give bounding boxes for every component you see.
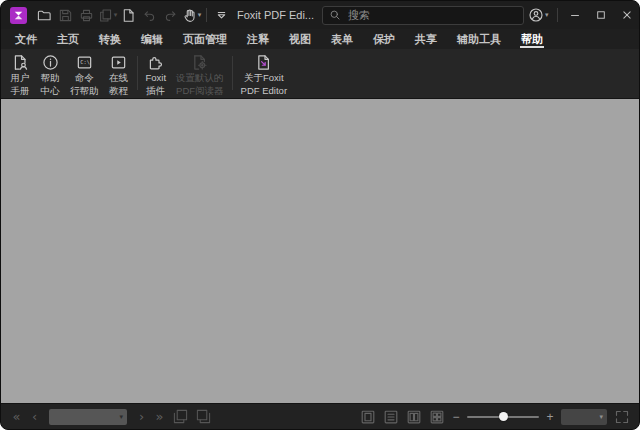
tab-protect[interactable]: 保护	[363, 29, 405, 49]
create-pdf-icon	[121, 8, 136, 23]
about-foxit-icon	[255, 54, 272, 71]
zoom-out-button[interactable]: −	[451, 409, 461, 425]
caret-down-icon: ▾	[599, 413, 603, 421]
button-label: 手册	[11, 86, 30, 97]
print-icon	[79, 8, 94, 23]
zoom-level-combobox[interactable]: ▾	[561, 409, 607, 425]
facing-view-icon	[407, 410, 421, 424]
fullscreen-button[interactable]	[613, 408, 630, 425]
titlebar-separator	[206, 8, 207, 22]
create-pdf-button[interactable]	[118, 4, 139, 26]
button-label: 在线	[109, 73, 128, 84]
zoom-slider[interactable]	[467, 409, 539, 425]
continuous-view-icon	[384, 410, 398, 424]
titlebar-separator	[557, 8, 558, 22]
statusbar: « ‹ ▾ › »	[1, 403, 639, 429]
command-line-help-button[interactable]: C:\ 命令 行帮助	[65, 50, 104, 96]
undo-icon	[142, 8, 157, 23]
search-input[interactable]	[346, 8, 517, 22]
redo-icon	[163, 8, 178, 23]
ribbon-customize-icon	[214, 8, 229, 23]
foxit-logo-icon[interactable]	[10, 7, 27, 24]
print-button[interactable]	[76, 4, 97, 26]
button-label: 命令	[75, 73, 94, 84]
caret-down-icon: ▾	[114, 11, 118, 19]
next-view-button[interactable]	[194, 408, 212, 426]
about-foxit-button[interactable]: 关于Foxit PDF Editor	[236, 50, 292, 96]
default-pdf-reader-icon	[191, 54, 208, 71]
tab-page-organize[interactable]: 页面管理	[173, 29, 237, 49]
user-manual-button[interactable]: 用户 手册	[5, 50, 35, 96]
page-number-combobox[interactable]: ▾	[49, 409, 127, 425]
tab-file[interactable]: 文件	[5, 29, 47, 49]
previous-view-button[interactable]	[171, 408, 189, 426]
tab-help[interactable]: 帮助	[511, 29, 553, 49]
first-page-button[interactable]: «	[10, 408, 23, 426]
continuous-view-button[interactable]	[382, 408, 399, 425]
next-page-button[interactable]: ›	[135, 408, 148, 426]
caret-down-icon: ▾	[119, 413, 123, 421]
hand-tool-button[interactable]: ▾	[181, 4, 202, 26]
open-file-button[interactable]	[34, 4, 55, 26]
tab-comment[interactable]: 注释	[237, 29, 279, 49]
document-area[interactable]	[1, 99, 639, 403]
open-file-icon	[37, 8, 52, 23]
tab-share[interactable]: 共享	[405, 29, 447, 49]
minimize-button[interactable]	[562, 2, 588, 28]
online-tutorial-button[interactable]: 在线 教程	[104, 50, 134, 96]
window-title: Foxit PDF Edi...	[237, 9, 314, 21]
button-label: 行帮助	[70, 86, 99, 97]
save-icon	[58, 8, 73, 23]
online-tutorial-icon	[110, 54, 127, 71]
redo-button[interactable]	[160, 4, 181, 26]
button-label: 插件	[146, 86, 165, 97]
account-button[interactable]: ▾	[524, 4, 553, 26]
search-icon	[329, 9, 341, 21]
button-label: 设置默认的	[176, 73, 224, 84]
last-page-button[interactable]: »	[153, 408, 166, 426]
tab-convert[interactable]: 转换	[89, 29, 131, 49]
maximize-button[interactable]	[588, 2, 614, 28]
tab-edit[interactable]: 编辑	[131, 29, 173, 49]
button-label: 教程	[109, 86, 128, 97]
search-box[interactable]	[322, 6, 524, 25]
ribbon-customize-button[interactable]	[211, 4, 232, 26]
help-center-button[interactable]: 帮助 中心	[35, 50, 65, 96]
command-line-glyph: C:\	[80, 59, 90, 65]
user-manual-icon	[12, 54, 29, 71]
hand-tool-icon	[182, 8, 197, 23]
page-navigation: « ‹ ▾ › »	[10, 408, 212, 426]
tab-home[interactable]: 主页	[47, 29, 89, 49]
default-pdf-reader-button[interactable]: 设置默认的 PDF阅读器	[171, 50, 229, 96]
previous-view-icon	[173, 409, 188, 424]
tab-accessibility[interactable]: 辅助工具	[447, 29, 511, 49]
view-and-zoom-controls: − + ▾	[359, 408, 630, 425]
command-line-help-icon: C:\	[76, 54, 93, 71]
foxit-plugin-button[interactable]: Foxit 插件	[141, 50, 172, 96]
copy-button[interactable]: ▾	[97, 4, 118, 26]
button-label: 帮助	[41, 73, 60, 84]
help-center-icon	[42, 54, 59, 71]
single-page-view-button[interactable]	[359, 408, 376, 425]
maximize-icon	[594, 8, 608, 22]
button-label: Foxit	[146, 73, 167, 84]
tab-view[interactable]: 视图	[279, 29, 321, 49]
continuous-facing-view-button[interactable]	[428, 408, 445, 425]
zoom-in-button[interactable]: +	[545, 409, 555, 425]
tab-form[interactable]: 表单	[321, 29, 363, 49]
button-label: PDF Editor	[241, 86, 287, 97]
previous-page-button[interactable]: ‹	[28, 408, 41, 426]
undo-button[interactable]	[139, 4, 160, 26]
button-label: 关于Foxit	[244, 73, 284, 84]
zoom-slider-handle[interactable]	[499, 412, 508, 421]
foxit-pdf-editor-window: ▾ ▾	[0, 0, 640, 430]
minimize-icon	[568, 8, 582, 22]
button-label: 用户	[11, 73, 30, 84]
continuous-facing-view-icon	[430, 410, 444, 424]
facing-view-button[interactable]	[405, 408, 422, 425]
close-icon	[620, 8, 634, 22]
titlebar-right-controls: ▾	[524, 2, 640, 28]
save-button[interactable]	[55, 4, 76, 26]
ribbon-group-separator	[137, 56, 138, 90]
close-button[interactable]	[614, 2, 640, 28]
